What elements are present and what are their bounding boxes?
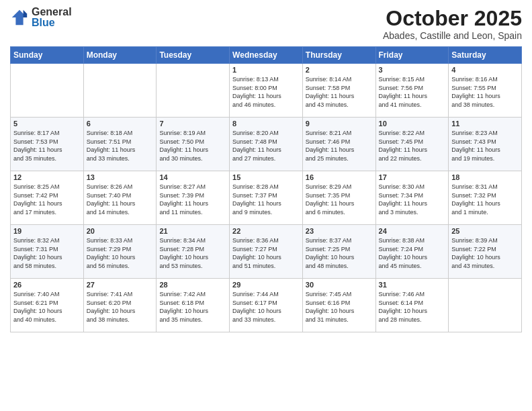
day-number: 15 (232, 173, 300, 181)
day-cell (83, 64, 157, 118)
week-row-4: 19Sunrise: 8:32 AM Sunset: 7:31 PM Dayli… (11, 225, 522, 279)
day-number: 16 (306, 173, 373, 181)
day-cell: 10Sunrise: 8:22 AM Sunset: 7:45 PM Dayli… (375, 118, 449, 171)
day-cell: 18Sunrise: 8:31 AM Sunset: 7:32 PM Dayli… (449, 171, 522, 225)
logo: General Blue (10, 7, 72, 28)
day-cell: 22Sunrise: 8:36 AM Sunset: 7:27 PM Dayli… (230, 225, 303, 279)
header-saturday: Saturday (449, 47, 522, 64)
day-cell: 9Sunrise: 8:21 AM Sunset: 7:46 PM Daylig… (302, 118, 375, 171)
day-info: Sunrise: 8:26 AM Sunset: 7:40 PM Dayligh… (87, 183, 154, 216)
day-info: Sunrise: 7:40 AM Sunset: 6:21 PM Dayligh… (13, 290, 81, 324)
day-cell: 5Sunrise: 8:17 AM Sunset: 7:53 PM Daylig… (11, 118, 84, 171)
page: General Blue October 2025 Abades, Castil… (0, 0, 532, 411)
logo-icon (10, 8, 29, 27)
day-cell: 31Sunrise: 7:46 AM Sunset: 6:14 PM Dayli… (375, 279, 449, 332)
title-location: Abades, Castille and Leon, Spain (383, 30, 522, 41)
day-number: 22 (232, 227, 300, 235)
day-info: Sunrise: 8:15 AM Sunset: 7:56 PM Dayligh… (379, 75, 446, 109)
day-number: 17 (379, 173, 446, 181)
day-info: Sunrise: 8:25 AM Sunset: 7:42 PM Dayligh… (13, 183, 81, 216)
day-number: 12 (13, 173, 81, 181)
day-cell (157, 64, 230, 118)
calendar-table: Sunday Monday Tuesday Wednesday Thursday… (10, 46, 522, 332)
day-number: 13 (87, 173, 154, 181)
calendar-header-row: Sunday Monday Tuesday Wednesday Thursday… (11, 47, 522, 64)
day-cell: 28Sunrise: 7:42 AM Sunset: 6:18 PM Dayli… (157, 279, 230, 332)
day-info: Sunrise: 8:22 AM Sunset: 7:45 PM Dayligh… (379, 129, 446, 163)
day-number: 20 (87, 227, 154, 235)
day-cell: 26Sunrise: 7:40 AM Sunset: 6:21 PM Dayli… (11, 279, 84, 332)
day-cell: 25Sunrise: 8:39 AM Sunset: 7:22 PM Dayli… (449, 225, 522, 279)
day-info: Sunrise: 8:30 AM Sunset: 7:34 PM Dayligh… (379, 183, 446, 216)
header-friday: Friday (375, 47, 449, 64)
day-info: Sunrise: 8:31 AM Sunset: 7:32 PM Dayligh… (451, 183, 519, 216)
day-cell (449, 279, 522, 332)
day-info: Sunrise: 8:21 AM Sunset: 7:46 PM Dayligh… (306, 129, 373, 163)
day-info: Sunrise: 8:28 AM Sunset: 7:37 PM Dayligh… (232, 183, 300, 216)
day-number: 8 (232, 120, 300, 128)
day-number: 3 (379, 66, 446, 74)
day-cell: 23Sunrise: 8:37 AM Sunset: 7:25 PM Dayli… (302, 225, 375, 279)
day-cell: 12Sunrise: 8:25 AM Sunset: 7:42 PM Dayli… (11, 171, 84, 225)
day-cell: 1Sunrise: 8:13 AM Sunset: 8:00 PM Daylig… (230, 64, 303, 118)
day-info: Sunrise: 8:18 AM Sunset: 7:51 PM Dayligh… (87, 129, 154, 163)
day-info: Sunrise: 8:23 AM Sunset: 7:43 PM Dayligh… (451, 129, 519, 163)
header-thursday: Thursday (302, 47, 375, 64)
day-number: 29 (232, 281, 300, 289)
day-number: 9 (306, 120, 373, 128)
day-number: 25 (451, 227, 519, 235)
day-number: 31 (379, 281, 446, 289)
day-cell: 30Sunrise: 7:45 AM Sunset: 6:16 PM Dayli… (302, 279, 375, 332)
day-info: Sunrise: 7:41 AM Sunset: 6:20 PM Dayligh… (87, 290, 154, 324)
day-cell: 4Sunrise: 8:16 AM Sunset: 7:55 PM Daylig… (449, 64, 522, 118)
day-cell: 20Sunrise: 8:33 AM Sunset: 7:29 PM Dayli… (83, 225, 157, 279)
day-number: 11 (451, 120, 519, 128)
day-number: 5 (13, 120, 81, 128)
day-number: 14 (159, 173, 226, 181)
week-row-3: 12Sunrise: 8:25 AM Sunset: 7:42 PM Dayli… (11, 171, 522, 225)
day-info: Sunrise: 8:29 AM Sunset: 7:35 PM Dayligh… (306, 183, 373, 216)
day-info: Sunrise: 8:34 AM Sunset: 7:28 PM Dayligh… (159, 236, 226, 270)
day-cell: 3Sunrise: 8:15 AM Sunset: 7:56 PM Daylig… (375, 64, 449, 118)
day-info: Sunrise: 8:20 AM Sunset: 7:48 PM Dayligh… (232, 129, 300, 163)
day-cell: 13Sunrise: 8:26 AM Sunset: 7:40 PM Dayli… (83, 171, 157, 225)
day-cell: 17Sunrise: 8:30 AM Sunset: 7:34 PM Dayli… (375, 171, 449, 225)
week-row-2: 5Sunrise: 8:17 AM Sunset: 7:53 PM Daylig… (11, 118, 522, 171)
day-cell: 24Sunrise: 8:38 AM Sunset: 7:24 PM Dayli… (375, 225, 449, 279)
day-cell: 19Sunrise: 8:32 AM Sunset: 7:31 PM Dayli… (11, 225, 84, 279)
day-number: 28 (159, 281, 226, 289)
day-cell: 6Sunrise: 8:18 AM Sunset: 7:51 PM Daylig… (83, 118, 157, 171)
day-cell: 14Sunrise: 8:27 AM Sunset: 7:39 PM Dayli… (157, 171, 230, 225)
day-cell: 7Sunrise: 8:19 AM Sunset: 7:50 PM Daylig… (157, 118, 230, 171)
day-info: Sunrise: 8:19 AM Sunset: 7:50 PM Dayligh… (159, 129, 226, 163)
day-info: Sunrise: 8:39 AM Sunset: 7:22 PM Dayligh… (451, 236, 519, 270)
day-number: 27 (87, 281, 154, 289)
day-info: Sunrise: 8:14 AM Sunset: 7:58 PM Dayligh… (306, 75, 373, 109)
week-row-1: 1Sunrise: 8:13 AM Sunset: 8:00 PM Daylig… (11, 64, 522, 118)
day-info: Sunrise: 8:27 AM Sunset: 7:39 PM Dayligh… (159, 183, 226, 216)
logo-blue-label: Blue (32, 17, 72, 28)
day-info: Sunrise: 8:33 AM Sunset: 7:29 PM Dayligh… (87, 236, 154, 270)
logo-general-label: General (32, 7, 72, 17)
day-info: Sunrise: 8:32 AM Sunset: 7:31 PM Dayligh… (13, 236, 81, 270)
day-info: Sunrise: 8:13 AM Sunset: 8:00 PM Dayligh… (232, 75, 300, 109)
day-info: Sunrise: 8:17 AM Sunset: 7:53 PM Dayligh… (13, 129, 81, 163)
day-info: Sunrise: 8:38 AM Sunset: 7:24 PM Dayligh… (379, 236, 446, 270)
day-info: Sunrise: 7:44 AM Sunset: 6:17 PM Dayligh… (232, 290, 300, 324)
day-number: 19 (13, 227, 81, 235)
header: General Blue October 2025 Abades, Castil… (10, 7, 522, 41)
week-row-5: 26Sunrise: 7:40 AM Sunset: 6:21 PM Dayli… (11, 279, 522, 332)
day-cell: 21Sunrise: 8:34 AM Sunset: 7:28 PM Dayli… (157, 225, 230, 279)
day-info: Sunrise: 8:37 AM Sunset: 7:25 PM Dayligh… (306, 236, 373, 270)
header-tuesday: Tuesday (157, 47, 230, 64)
logo-text: General Blue (32, 7, 72, 28)
day-cell: 8Sunrise: 8:20 AM Sunset: 7:48 PM Daylig… (230, 118, 303, 171)
title-month: October 2025 (383, 7, 522, 30)
header-sunday: Sunday (11, 47, 84, 64)
day-cell: 29Sunrise: 7:44 AM Sunset: 6:17 PM Dayli… (230, 279, 303, 332)
day-number: 1 (232, 66, 300, 74)
day-info: Sunrise: 7:45 AM Sunset: 6:16 PM Dayligh… (306, 290, 373, 324)
day-number: 21 (159, 227, 226, 235)
day-number: 6 (87, 120, 154, 128)
day-number: 30 (306, 281, 373, 289)
